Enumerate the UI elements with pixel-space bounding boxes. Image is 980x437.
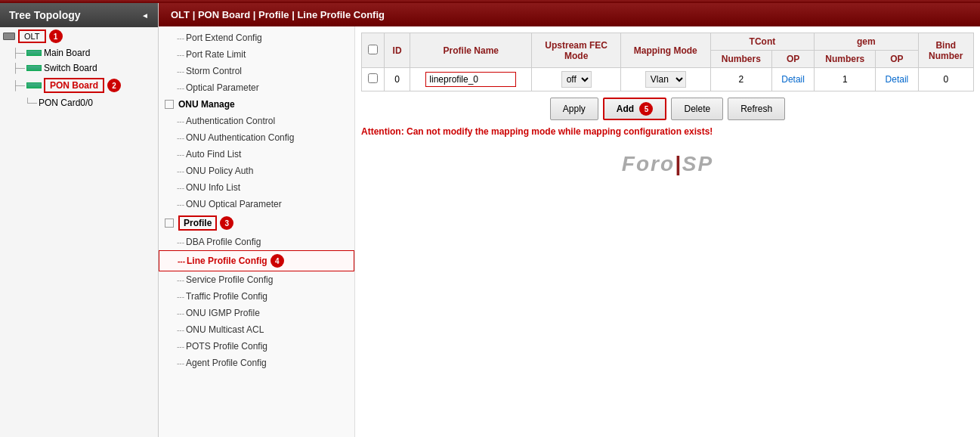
tcont-detail-link[interactable]: Detail [781, 74, 805, 85]
delete-button[interactable]: Delete [671, 98, 723, 120]
sidebar-title-text: Tree Topology [9, 9, 81, 21]
nav-item-onu-auth-config[interactable]: ONU Authentication Config [159, 129, 354, 146]
sidebar-item-main-board[interactable]: ├─ Main Board [0, 45, 158, 60]
mapping-mode-select[interactable]: Vlan GEM TLS [645, 71, 686, 88]
upstream-fec-select[interactable]: off on [561, 71, 592, 88]
pon-card-label: PON Card0/0 [39, 98, 93, 108]
nav-item-onu-info[interactable]: ONU Info List [159, 179, 354, 196]
watermark: Foro|SP [361, 152, 974, 176]
nav-item-service-profile[interactable]: Service Profile Config [159, 271, 354, 288]
profile-name-input[interactable] [425, 72, 516, 87]
add-button[interactable]: Add 5 [603, 98, 667, 120]
refresh-button[interactable]: Refresh [728, 98, 785, 120]
pon-board-label: PON Board [44, 78, 104, 93]
th-tcont-numbers: Numbers [710, 51, 771, 68]
switch-board-label: Switch Board [44, 63, 97, 73]
nav-item-line-profile[interactable]: Line Profile Config 4 [159, 250, 354, 271]
th-bind: Bind Number [918, 33, 973, 68]
th-profile-name-label: Profile Name [444, 45, 499, 56]
tree-expand-main: ├─ [12, 48, 25, 58]
th-id-label: ID [393, 45, 402, 56]
nav-item-port-extend[interactable]: Port Extend Config [159, 29, 354, 46]
th-id: ID [385, 33, 410, 68]
nav-item-dba-profile[interactable]: DBA Profile Config [159, 234, 354, 250]
attention-label: Attention: [361, 126, 404, 137]
row-id-value: 0 [394, 74, 400, 85]
apply-button[interactable]: Apply [550, 98, 598, 120]
tree-expand-pon: ├─ [12, 80, 25, 91]
th-mapping-mode: Mapping Mode [620, 33, 710, 68]
nav-item-port-rate[interactable]: Port Rate Limit [159, 46, 354, 63]
gem-detail-link[interactable]: Detail [886, 74, 909, 85]
sidebar-title[interactable]: Tree Topology ◄ [0, 3, 158, 27]
nav-item-onu-optical[interactable]: ONU Optical Parameter [159, 196, 354, 212]
profile-checkbox[interactable] [165, 218, 174, 228]
line-profile-badge-4: 4 [271, 254, 284, 268]
nav-item-onu-multicast[interactable]: ONU Multicast ACL [159, 321, 354, 338]
onu-manage-checkbox[interactable] [165, 100, 174, 109]
profile-table: ID Profile Name Upstream FEC Mode Mappin… [361, 33, 974, 91]
nav-item-optical-param[interactable]: Optical Parameter [159, 79, 354, 96]
select-all-checkbox[interactable] [368, 45, 378, 54]
row-upstream-cell: off on [532, 68, 620, 91]
tree-expand-switch: ├─ [12, 63, 25, 73]
th-mode-label: Mode [564, 51, 588, 61]
row-profile-name-cell [410, 68, 532, 91]
nav-section-onu-manage[interactable]: ONU Manage [159, 96, 354, 113]
nav-item-auth-control[interactable]: Authentication Control [159, 113, 354, 129]
nav-item-onu-policy[interactable]: ONU Policy Auth [159, 163, 354, 179]
sidebar-item-switch-board[interactable]: ├─ Switch Board [0, 60, 158, 76]
add-label: Add [617, 104, 634, 114]
bind-num-value: 0 [943, 74, 948, 85]
watermark-text: Foro|SP [622, 152, 713, 175]
row-bind-number: 0 [918, 68, 973, 91]
data-panel: ID Profile Name Upstream FEC Mode Mappin… [355, 26, 980, 437]
th-tcont-op-label: OP [787, 54, 799, 64]
main-board-icon [26, 50, 42, 56]
th-gem-numbers: Numbers [815, 51, 876, 68]
olt-icon [3, 33, 15, 40]
attention-body: Can not modify the mapping mode while ma… [407, 126, 713, 137]
nav-item-auto-find[interactable]: Auto Find List [159, 146, 354, 163]
row-checkbox[interactable] [368, 73, 378, 83]
sidebar-item-pon-board[interactable]: ├─ PON Board 2 [0, 76, 158, 95]
th-gem-group: gem [815, 33, 918, 51]
nav-item-agent-profile[interactable]: Agent Profile Config [159, 355, 354, 371]
nav-section-profile[interactable]: Profile 3 [159, 212, 354, 234]
th-number-label: Number [929, 51, 963, 61]
th-gem-op-label: OP [890, 54, 903, 64]
sidebar-item-olt[interactable]: OLT 1 [0, 27, 158, 45]
nav-item-storm-control[interactable]: Storm Control [159, 63, 354, 79]
breadcrumb-text: OLT | PON Board | Profile | Line Profile… [171, 9, 385, 20]
row-mapping-cell: Vlan GEM TLS [620, 68, 710, 91]
nav-item-pots-profile[interactable]: POTS Profile Config [159, 338, 354, 355]
watermark-pipe: | [675, 152, 682, 175]
row-id: 0 [385, 68, 410, 91]
switch-board-icon [26, 65, 42, 71]
th-upstream-fec: Upstream FEC Mode [532, 33, 620, 68]
th-gem-op: OP [876, 51, 918, 68]
row-tcont-op: Detail [772, 68, 815, 91]
line-profile-label: Line Profile Config [187, 256, 267, 266]
content-area: Port Extend Config Port Rate Limit Storm… [159, 26, 980, 437]
sidebar-item-pon-card[interactable]: └─ PON Card0/0 [0, 95, 158, 110]
row-gem-op: Detail [876, 68, 918, 91]
th-tcont-op: OP [772, 51, 815, 68]
olt-label[interactable]: OLT [18, 29, 46, 43]
pon-badge-2: 2 [107, 79, 121, 92]
pon-board-icon [26, 82, 42, 88]
profile-badge-3: 3 [220, 216, 233, 230]
nav-item-onu-igmp[interactable]: ONU IGMP Profile [159, 305, 354, 321]
sidebar-collapse-arrow[interactable]: ◄ [141, 11, 149, 20]
th-mapping-label: Mapping Mode [634, 45, 697, 56]
gem-num-value: 1 [842, 74, 848, 85]
row-checkbox-cell [362, 68, 385, 91]
th-upstream-label: Upstream FEC [545, 40, 607, 51]
tcont-num-value: 2 [739, 74, 744, 85]
main-layout: Tree Topology ◄ OLT 1 ├─ Main Board ├─ S… [0, 3, 980, 437]
nav-item-traffic-profile[interactable]: Traffic Profile Config [159, 288, 354, 305]
attention-message: Attention: Can not modify the mapping mo… [361, 126, 974, 137]
profile-section-label: Profile [178, 215, 217, 231]
th-checkbox [362, 33, 385, 68]
olt-badge-1: 1 [49, 29, 63, 43]
